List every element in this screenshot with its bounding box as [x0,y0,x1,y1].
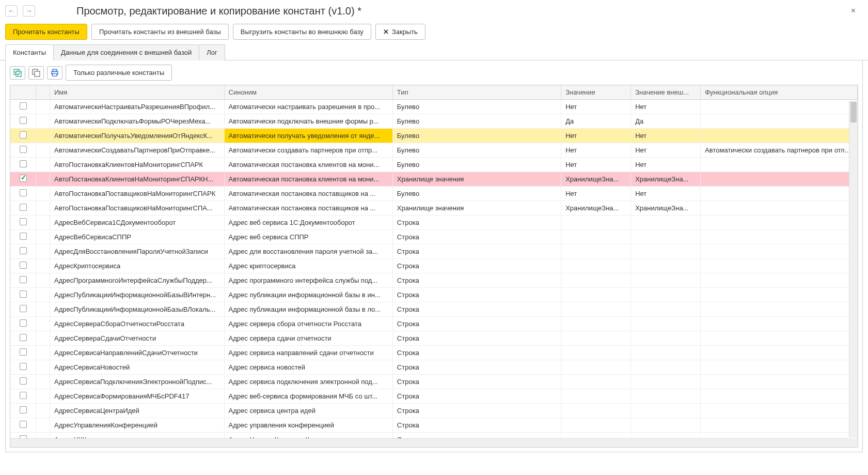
row-checkbox-cell[interactable] [10,259,36,273]
row-checkbox-cell[interactable] [10,100,36,114]
row-checkbox-cell[interactable] [10,360,36,375]
cell-value[interactable] [561,244,631,259]
cell-type[interactable]: Булево [392,187,561,201]
col-type[interactable]: Тип [392,85,561,100]
cell-type[interactable]: Булево [392,129,561,143]
table-row[interactable]: АдресСервераСбораОтчетностиРосстатаАдрес… [10,317,858,331]
row-checkbox-cell[interactable] [10,302,36,317]
cell-func[interactable] [701,230,858,244]
table-row[interactable]: АдресУправленияКонференциейАдрес управле… [10,418,858,433]
cell-name[interactable]: АвтоПостановкаПоставщиковНаМониторингСПА… [50,187,225,201]
cell-value[interactable] [561,273,631,288]
check-all-button[interactable] [10,66,25,80]
cell-value[interactable]: ХранилищеЗна... [561,201,631,216]
cell-value[interactable] [561,418,631,433]
tab-2[interactable]: Лог [199,44,225,60]
row-checkbox-cell[interactable] [10,230,36,244]
uncheck-all-button[interactable] [28,66,44,80]
cell-ext-value[interactable]: Нет [631,100,701,114]
col-spacer[interactable] [36,85,50,100]
cell-func[interactable] [701,331,858,346]
cell-name[interactable]: АвтоПостановкаКлиентовНаМониторингСПАРК [50,158,225,172]
row-checkbox[interactable] [20,421,27,428]
cell-ext-value[interactable]: Нет [631,158,701,172]
cell-type[interactable]: Строка [392,375,561,389]
cell-func[interactable] [701,375,858,389]
cell-type[interactable]: Строка [392,230,561,244]
cell-func[interactable] [701,302,858,317]
cell-func[interactable] [701,216,858,230]
cell-synonym[interactable]: Адрес сервера сдачи отчетности [224,331,392,346]
row-checkbox[interactable] [20,218,27,225]
row-checkbox[interactable] [20,262,27,269]
cell-func[interactable] [701,100,858,114]
cell-type[interactable]: Булево [392,143,561,158]
cell-type[interactable]: Булево [392,114,561,129]
cell-value[interactable]: ХранилищеЗна... [561,172,631,187]
cell-value[interactable]: Нет [561,158,631,172]
cell-type[interactable]: Строка [392,259,561,273]
row-checkbox[interactable] [20,363,27,370]
row-checkbox[interactable] [20,406,27,413]
cell-func[interactable] [701,317,858,331]
row-checkbox-cell[interactable] [10,404,36,418]
row-checkbox[interactable] [20,305,27,312]
cell-name[interactable]: АвтоматическиПодключатьФормыРОЧерезМеха.… [50,114,225,129]
cell-type[interactable]: Строка [392,418,561,433]
cell-func[interactable] [701,360,858,375]
col-synonym[interactable]: Синоним [224,85,392,100]
cell-name[interactable]: АвтоПостановкаКлиентовНаМониторингСПАРКН… [50,172,225,187]
cell-ext-value[interactable] [631,216,701,230]
cell-synonym[interactable]: Адрес публикации информационной базы в л… [224,302,392,317]
table-row[interactable]: АвтоматическиПодключатьФормыРОЧерезМеха.… [10,114,858,129]
cell-value[interactable] [561,404,631,418]
table-scroll[interactable]: Имя Синоним Тип Значение Значение внеш..… [10,85,858,447]
cell-func[interactable]: Автоматически создавать партнеров при от… [701,143,858,158]
table-row[interactable]: АдресСервисаЦентраИдейАдрес сервиса цент… [10,404,858,418]
cell-synonym[interactable]: Автоматически подключать внешние формы р… [224,114,392,129]
cell-synonym[interactable]: Адрес для восстановления пароля учетной … [224,244,392,259]
row-checkbox-cell[interactable] [10,418,36,433]
row-checkbox-cell[interactable] [10,158,36,172]
cell-ext-value[interactable]: Нет [631,129,701,143]
cell-synonym[interactable]: Автоматическая постановка поставщиков на… [224,201,392,216]
cell-value[interactable] [561,375,631,389]
cell-func[interactable] [701,389,858,404]
cell-synonym[interactable]: Автоматическая постановка клиентов на мо… [224,158,392,172]
cell-name[interactable]: АвтоматическиНастраиватьРазрешенияВПрофи… [50,100,225,114]
cell-type[interactable]: Строка [392,331,561,346]
table-row[interactable]: АдресДляВосстановленияПароляУчетнойЗапис… [10,244,858,259]
cell-ext-value[interactable] [631,331,701,346]
table-row[interactable]: АдресКриптосервисаАдрес криптосервисаСтр… [10,259,858,273]
cell-name[interactable]: АдресПубликацииИнформационнойБазыВИнтерн… [50,288,225,302]
cell-ext-value[interactable]: ХранилищеЗна... [631,201,701,216]
cell-type[interactable]: Строка [392,302,561,317]
cell-ext-value[interactable]: Да [631,114,701,129]
table-row[interactable]: АдресСервисаПодключенияЭлектроннойПодпис… [10,375,858,389]
cell-synonym[interactable]: Автоматически создавать партнеров при от… [224,143,392,158]
table-row[interactable]: АдресВебСервисаСППРАдрес веб сервиса СПП… [10,230,858,244]
print-button[interactable] [47,66,62,80]
row-checkbox[interactable] [20,377,27,385]
cell-func[interactable] [701,129,858,143]
table-row[interactable]: АвтоПостановкаКлиентовНаМониторингСПАРКА… [10,158,858,172]
nav-back-button[interactable]: ← [5,5,18,17]
cell-synonym[interactable]: Адрес криптосервиса [224,259,392,273]
cell-func[interactable] [701,288,858,302]
cell-value[interactable]: Нет [561,187,631,201]
cell-func[interactable] [701,273,858,288]
cell-value[interactable] [561,230,631,244]
cell-value[interactable] [561,302,631,317]
cell-synonym[interactable]: Автоматическая постановка поставщиков на… [224,187,392,201]
table-row[interactable]: АвтоПостановкаКлиентовНаМониторингСПАРКН… [10,172,858,187]
row-checkbox[interactable] [20,204,27,211]
row-checkbox-cell[interactable] [10,317,36,331]
nav-forward-button[interactable]: → [23,5,35,17]
cell-func[interactable] [701,346,858,360]
table-row[interactable]: АдресСервераСдачиОтчетностиАдрес сервера… [10,331,858,346]
row-checkbox-cell[interactable] [10,346,36,360]
cell-func[interactable] [701,404,858,418]
cell-func[interactable] [701,418,858,433]
cell-value[interactable]: Да [561,114,631,129]
table-row[interactable]: АдресСервисаФормированияМЧБсPDF417Адрес … [10,389,858,404]
